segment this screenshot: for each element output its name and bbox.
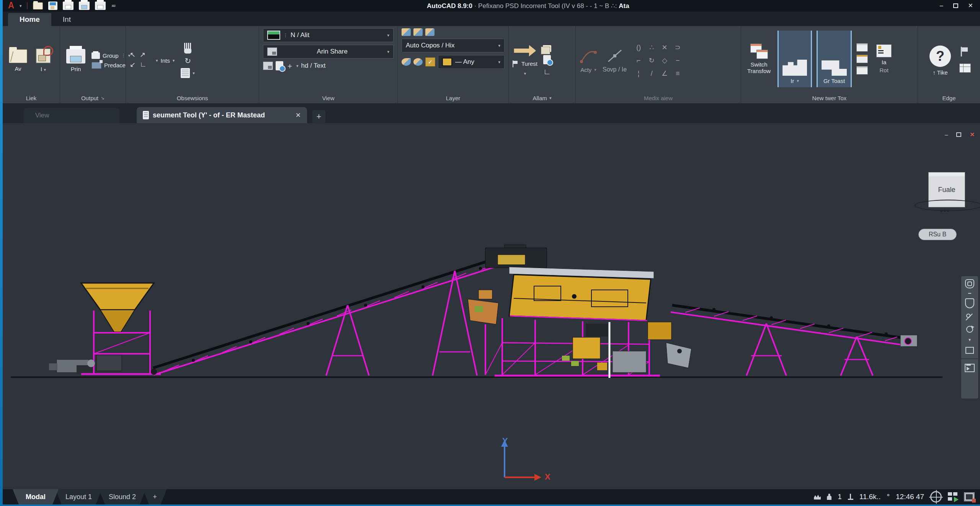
rotate-icon[interactable]: ↻ (185, 57, 191, 65)
show-motion-icon[interactable] (965, 364, 975, 372)
publish-icon[interactable] (95, 2, 106, 10)
two-windows-icon (750, 44, 768, 59)
bookmark-flag-icon[interactable] (961, 47, 969, 56)
layer-prev-icon[interactable] (425, 28, 434, 36)
window-gold-icon[interactable] (856, 55, 868, 63)
workspace-grid-icon[interactable] (948, 492, 958, 501)
customization-grid-icon[interactable] (964, 492, 975, 501)
modify-tool-icon[interactable]: () (636, 44, 641, 52)
ints-dropdown[interactable]: Ints (156, 57, 175, 64)
visual-style-combo[interactable]: Arin Share (263, 45, 394, 59)
save-icon[interactable] (48, 2, 57, 10)
autocad-logo-icon[interactable]: A (8, 1, 14, 10)
page-minus-icon[interactable] (543, 55, 551, 64)
sheet-button[interactable] (181, 68, 195, 78)
modify-tool-icon[interactable]: ↻ (649, 56, 655, 65)
anchor-icon[interactable] (848, 494, 853, 500)
ir-button[interactable]: Ir (777, 31, 812, 87)
chevron-down-icon[interactable]: ▾ (969, 337, 971, 342)
gr-toast-button[interactable]: Gr Toast (817, 31, 852, 87)
angle-icon[interactable]: ∟ (543, 67, 551, 76)
droplet-icon[interactable] (413, 58, 423, 66)
file-tab-view[interactable]: View (24, 108, 119, 123)
file-tab-close-icon[interactable]: ✕ (296, 111, 301, 119)
modify-tool-icon[interactable]: ¦ (638, 70, 640, 78)
page-sync-icon[interactable] (276, 61, 283, 70)
group-button[interactable]: Group ⋮ (91, 52, 130, 59)
tab-int[interactable]: Int (51, 13, 82, 26)
modify-tool-icon[interactable]: ∴ (649, 43, 653, 52)
ia-sheet-icon[interactable] (876, 44, 892, 57)
print-icon[interactable] (63, 2, 74, 10)
text-tools-label[interactable]: hd / Text (301, 62, 326, 70)
toolbar-overflow-icon[interactable]: ≂ (111, 2, 116, 9)
leader-icon[interactable]: ↖ (130, 50, 140, 60)
pan-icon[interactable] (965, 298, 974, 308)
pan-hand-icon[interactable] (183, 43, 193, 54)
copy-page-icon[interactable] (543, 45, 551, 52)
new-file-tab-button[interactable]: + (312, 110, 325, 123)
modify-tool-icon[interactable]: ◇ (662, 56, 667, 65)
check-icon[interactable]: ↙ (130, 60, 140, 70)
open-button[interactable]: Av (7, 48, 29, 73)
stretch-arrow-icon[interactable] (514, 45, 536, 57)
toggle-icon[interactable]: ✓ (425, 57, 435, 67)
export-button[interactable]: I (33, 47, 53, 75)
minimize-icon[interactable]: – (940, 3, 943, 9)
file-tab-active[interactable]: seument Teol (Y' - of - ER Mastead ✕ (137, 107, 307, 123)
print-button[interactable]: Prin (64, 47, 88, 74)
user-icon[interactable] (827, 494, 831, 500)
modify-tool-icon[interactable]: ≡ (676, 70, 680, 78)
modify-tool-icon[interactable]: / (651, 70, 653, 78)
corner-icon[interactable]: ∟ (140, 60, 150, 70)
ir-label: Ir (791, 78, 794, 84)
plot-icon[interactable] (79, 2, 90, 10)
help-button[interactable]: ? ↑ Tike (927, 44, 953, 77)
measure-tools-cluster[interactable]: ↖ ↗ ↙ ∟ (130, 50, 150, 70)
view-tool-icon[interactable] (263, 62, 273, 70)
drawing-canvas[interactable]: – ✕ (3, 123, 980, 491)
close-icon[interactable]: ✕ (968, 3, 973, 9)
extents-icon[interactable] (965, 347, 974, 354)
window-tan-icon[interactable] (856, 66, 868, 75)
question-mark-icon: ? (929, 46, 951, 67)
dialog-launcher-icon[interactable]: ↘ (101, 95, 105, 101)
modify-tool-icon[interactable]: ✕ (662, 43, 668, 52)
chevron-down-icon[interactable] (524, 71, 526, 76)
acty-label: Acty (580, 67, 591, 73)
snap-mode-icon[interactable] (814, 494, 821, 499)
zoom-icon[interactable] (965, 313, 974, 321)
layer-state-combo[interactable]: ⋮ N / Alit (263, 28, 394, 42)
chevron-down-icon[interactable] (20, 3, 22, 8)
add-icon[interactable]: ＋ (286, 62, 294, 70)
layer-match-icon[interactable] (413, 28, 423, 36)
switch-transfow-button[interactable]: SwitchTransfow (745, 42, 773, 76)
modify-tool-icon[interactable]: − (676, 57, 680, 65)
modify-tool-icon[interactable]: ⌐ (637, 57, 641, 65)
tab-home[interactable]: Home (8, 13, 51, 26)
sovp-label[interactable]: Sovp / Ie (603, 66, 627, 73)
table-icon[interactable] (959, 63, 971, 73)
add-layout-tab-button[interactable]: + (143, 489, 167, 504)
ucs-pill-button[interactable]: RSu B (918, 229, 957, 240)
modify-tool-icon[interactable]: ∠ (662, 69, 668, 78)
tab-layout1[interactable]: Layout 1 (56, 489, 102, 504)
color-combo[interactable]: — Any (438, 55, 505, 69)
tab-model[interactable]: Modal (13, 489, 59, 504)
window-small-icon[interactable] (856, 43, 868, 52)
predace-button[interactable]: Predace (91, 62, 130, 69)
modify-tool-icon[interactable]: ⊃ (675, 43, 681, 52)
isolate-objects-icon[interactable] (930, 491, 942, 503)
maximize-icon[interactable] (953, 3, 958, 8)
orbit-icon[interactable] (966, 326, 973, 333)
chevron-down-icon (594, 67, 596, 72)
layer-tool-icon[interactable] (402, 28, 411, 36)
layer-combo[interactable]: Auto Copos / Hix (402, 39, 505, 52)
open-file-icon[interactable] (33, 2, 43, 10)
turest-button[interactable]: Turest (513, 60, 537, 67)
acty-dropdown[interactable]: Acty (580, 67, 596, 73)
bucket-icon[interactable] (402, 58, 411, 66)
navigation-wheel-icon[interactable] (965, 279, 974, 288)
node-icon[interactable]: ↗ (140, 50, 150, 60)
tab-layout2[interactable]: Slound 2 (99, 489, 146, 504)
